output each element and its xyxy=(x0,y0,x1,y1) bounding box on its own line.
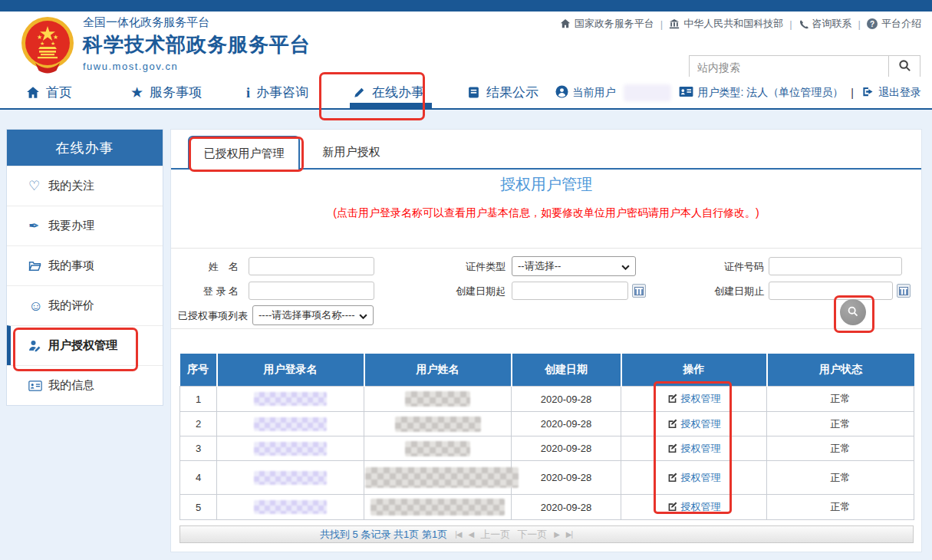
authorize-manage-link[interactable]: 授权管理 xyxy=(667,417,721,431)
pen-nib-icon: ✒ xyxy=(28,218,48,234)
redacted-name xyxy=(365,467,519,488)
top-links: 国家政务服务平台 | 中华人民共和国科技部 | 咨询联系 | ? 平台介绍 xyxy=(560,17,921,31)
redacted-name xyxy=(370,499,505,516)
brand-tagline: 全国一体化政务服务平台 xyxy=(83,15,311,30)
pagination-summary: 共找到 5 条记录 共1页 第1页 xyxy=(320,528,447,542)
logout-link[interactable]: 退出登录 xyxy=(878,86,921,100)
nav-item-home[interactable]: 首页 xyxy=(26,77,72,108)
home-icon xyxy=(26,86,40,100)
current-user-name-redacted xyxy=(624,84,671,101)
prev-page-icon[interactable]: ◀ xyxy=(468,530,473,539)
svg-text:★: ★ xyxy=(40,41,44,46)
search-input[interactable] xyxy=(690,56,888,78)
sidebar-item-my-reviews[interactable]: ☺ 我的评价 xyxy=(7,285,163,325)
bank-icon xyxy=(669,18,680,29)
edit-square-icon xyxy=(667,393,677,405)
phone-icon xyxy=(799,19,809,29)
table-header-row: 序号 用户登录名 用户姓名 创建日期 操作 用户状态 xyxy=(180,354,914,387)
cert-type-select[interactable]: --请选择-- xyxy=(512,256,636,276)
col-status: 用户状态 xyxy=(767,354,914,387)
nav-item-online[interactable]: 在线办事 xyxy=(353,77,424,108)
redacted-login[interactable] xyxy=(254,471,327,485)
redacted-login[interactable] xyxy=(254,392,327,406)
chevron-down-icon xyxy=(621,261,630,272)
calendar-icon xyxy=(634,287,644,295)
date-from-input[interactable] xyxy=(512,282,628,300)
authorize-manage-link[interactable]: 授权管理 xyxy=(667,471,721,485)
site-search xyxy=(689,55,920,79)
edit-square-icon xyxy=(667,501,677,513)
table-row: 4 2020-09-28 授权管理 正常 xyxy=(180,461,914,495)
date-from-label: 创建日期起 xyxy=(453,282,506,301)
tab-new-authorization[interactable]: 新用户授权 xyxy=(309,136,394,168)
nav-item-results[interactable]: 结果公示 xyxy=(467,77,538,108)
redacted-login[interactable] xyxy=(254,500,327,514)
col-action: 操作 xyxy=(621,354,767,387)
sidebar-item-my-apply[interactable]: ✒ 我要办理 xyxy=(7,206,163,245)
cert-type-label: 证件类型 xyxy=(463,258,506,276)
authorize-manage-link[interactable]: 授权管理 xyxy=(667,500,721,514)
col-login: 用户登录名 xyxy=(217,354,364,387)
site-header: ★ ★ ★ ★ 全国一体化政务服务平台 科学技术部政务服务平台 fuwu.mos… xyxy=(0,12,932,77)
star-icon: ★ xyxy=(130,84,143,101)
search-button[interactable] xyxy=(888,56,920,78)
filter-form: 姓 名 登 录 名 已授权事项列表 ----请选择事项名称---- 证件类型 -… xyxy=(171,248,921,329)
sidebar-item-user-authorization[interactable]: 用户授权管理 xyxy=(7,325,163,365)
heart-icon: ♡ xyxy=(28,178,48,194)
id-card-icon xyxy=(28,380,48,391)
nav-active-underline xyxy=(350,103,432,108)
brand-domain: fuwu.most.gov.cn xyxy=(83,61,311,72)
filter-search-button[interactable] xyxy=(840,299,866,325)
chevron-down-icon xyxy=(359,310,367,321)
sidebar-item-my-matters[interactable]: 我的事项 xyxy=(7,245,163,285)
nav-item-services[interactable]: ★ 服务事项 xyxy=(130,77,202,108)
edit-square-icon xyxy=(667,472,677,484)
page-title: 授权用户管理 xyxy=(171,174,921,195)
prev-page-link[interactable]: 上一页 xyxy=(480,528,510,542)
date-from-calendar-button[interactable] xyxy=(632,284,646,298)
authorized-items-select[interactable]: ----请选择事项名称---- xyxy=(252,305,374,325)
first-page-icon[interactable]: |◀ xyxy=(455,530,461,539)
date-to-calendar-button[interactable] xyxy=(897,284,911,298)
authorized-items-label: 已授权事项列表 xyxy=(177,307,248,325)
login-input[interactable] xyxy=(249,282,374,300)
next-page-icon[interactable]: ▶ xyxy=(554,530,559,539)
last-page-icon[interactable]: ▶| xyxy=(566,530,572,539)
logout-icon xyxy=(861,86,874,100)
svg-text:★: ★ xyxy=(37,34,42,41)
col-index: 序号 xyxy=(180,354,217,387)
redacted-name xyxy=(405,391,470,407)
svg-text:★: ★ xyxy=(51,41,55,46)
tab-authorized-users[interactable]: 已授权用户管理 xyxy=(188,136,300,170)
cert-no-label: 证件号码 xyxy=(722,258,764,276)
national-emblem-logo: ★ ★ ★ ★ xyxy=(18,14,77,77)
authorize-manage-link[interactable]: 授权管理 xyxy=(667,392,721,406)
redacted-login[interactable] xyxy=(254,417,327,431)
link-most[interactable]: 中华人民共和国科技部 xyxy=(669,17,783,31)
sidebar-item-my-info[interactable]: 我的信息 xyxy=(7,365,163,405)
page-body: 在线办事 ♡ 我的关注 ✒ 我要办理 我的事项 ☺ 我的评价 xyxy=(0,110,932,560)
sidebar-item-my-follow[interactable]: ♡ 我的关注 xyxy=(7,166,163,206)
table-row: 3 2020-09-28 授权管理 正常 xyxy=(180,436,914,461)
next-page-link[interactable]: 下一页 xyxy=(517,528,547,542)
user-icon xyxy=(555,85,568,100)
redacted-name xyxy=(405,441,470,456)
edit-square-icon xyxy=(667,418,677,430)
date-to-input[interactable] xyxy=(769,282,893,300)
table-row: 2 2020-09-28 授权管理 正常 xyxy=(180,412,914,436)
calendar-icon xyxy=(899,287,908,295)
cert-no-input[interactable] xyxy=(769,257,902,275)
link-contact[interactable]: 咨询联系 xyxy=(799,17,852,31)
link-national-platform[interactable]: 国家政务服务平台 xyxy=(560,17,654,31)
top-dark-bar xyxy=(0,0,932,12)
name-input[interactable] xyxy=(249,257,374,275)
redacted-login[interactable] xyxy=(254,442,327,456)
pagination-bar: 共找到 5 条记录 共1页 第1页 |◀ ◀ 上一页 下一页 ▶ ▶| xyxy=(179,525,914,543)
nav-item-consult[interactable]: i 办事咨询 xyxy=(246,77,308,108)
home-icon xyxy=(560,18,571,29)
question-icon: ? xyxy=(867,18,878,29)
authorize-manage-link[interactable]: 授权管理 xyxy=(667,442,721,456)
link-about[interactable]: ? 平台介绍 xyxy=(867,17,921,31)
search-icon xyxy=(898,59,911,75)
brand-title: 科学技术部政务服务平台 xyxy=(83,31,311,58)
